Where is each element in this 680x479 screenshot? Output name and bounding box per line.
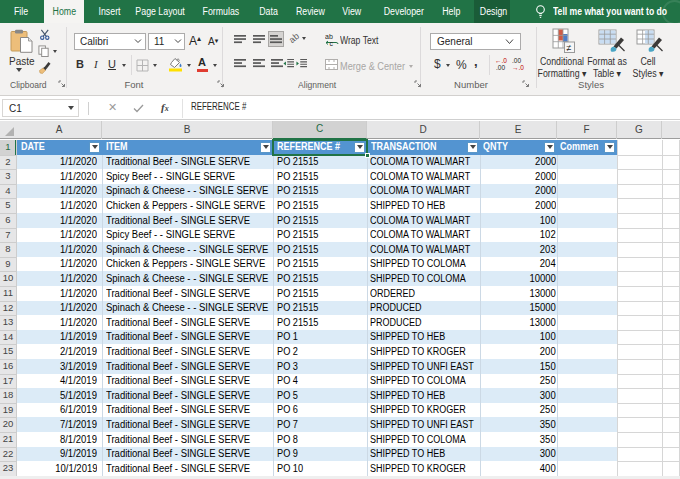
svg-text:c: c <box>330 40 334 46</box>
svg-text:.00: .00 <box>496 64 505 71</box>
svg-text:ab: ab <box>325 33 333 40</box>
svg-text:→.0: →.0 <box>512 64 524 71</box>
svg-text:≠: ≠ <box>567 43 572 53</box>
